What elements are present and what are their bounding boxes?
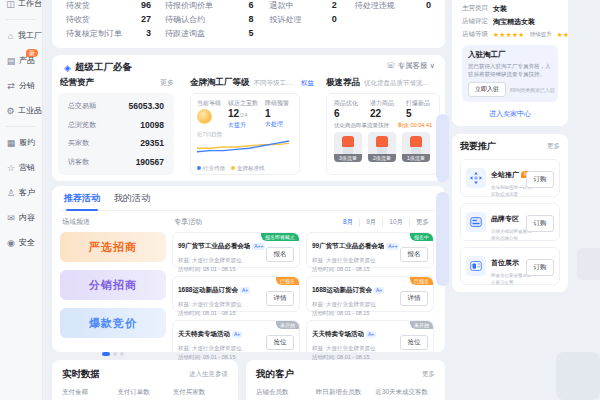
new-member-stat: 昨日新增会员数63	[316, 388, 376, 400]
bottom-right-widget[interactable]	[556, 352, 600, 400]
grab-button[interactable]: 抢位	[266, 335, 294, 350]
sidebar-item-product[interactable]: ▤ 产品 新	[0, 48, 42, 73]
floating-side-widget[interactable]	[436, 192, 449, 286]
my-customers-card: 我的客户 更多 店铺会员数1003 昨日新增会员数63 近30天未成交客数503…	[246, 360, 445, 400]
grade-tag: A++	[386, 243, 399, 250]
activities-tabs: 推荐活动 我的活动	[60, 192, 437, 211]
banner-hot-bidding[interactable]: 爆款竞价	[60, 308, 166, 338]
asset-row: 访客数190567	[68, 157, 164, 167]
distribution-icon: ⇄	[6, 81, 16, 91]
grade-stars: ★★★★★	[493, 31, 525, 39]
activity-card[interactable]: 报名即将截止 99广货节工业品必看会场A++ 权益: 大促行业金牌资源位 活动时…	[172, 232, 300, 268]
customers-more-link[interactable]: 更多	[422, 370, 435, 379]
order-button[interactable]: 订购	[526, 259, 554, 276]
promo-item-sitewide[interactable]: 全站推广New 全域智能投放一站式获取精准流量 订购	[460, 159, 560, 197]
carousel-dot[interactable]	[113, 352, 117, 356]
main-category-row: 主营类目女装	[462, 2, 558, 15]
promo-item-top-display[interactable]: 首位展示 搜索首位黄金曝光抢占展示位置 订购	[460, 247, 560, 285]
todo-row[interactable]: 待收货27	[66, 12, 151, 26]
industrial-goods-icon: ⚙	[6, 106, 15, 116]
sidebar-item-distribution[interactable]: ⇄ 分销	[0, 73, 42, 98]
detail-button[interactable]: 详情	[400, 291, 428, 306]
new-badge: 新	[26, 49, 38, 57]
todo-row[interactable]: 待跟进询盘5	[165, 26, 254, 40]
promotion-title: 我要推广	[460, 140, 496, 153]
todo-row[interactable]: 待报价询价单6	[165, 0, 254, 12]
sidebar: ◫ 工作台 ⌂ 我工厂 ▤ 产品 新 ⇄ 分销 ⚙ 工业品 ▦ 履约 ☆ 营销	[0, 0, 43, 400]
sidebar-item-content[interactable]: ✉ 内容	[0, 205, 42, 230]
month-more[interactable]: 更多	[409, 218, 435, 227]
handle-link[interactable]: 去处理	[265, 120, 289, 129]
brand-zone-icon	[466, 212, 486, 232]
grade-benefits-link[interactable]: 权益	[301, 79, 314, 88]
banner-strict-selection[interactable]: 严选招商	[60, 232, 166, 262]
dedicated-service-button[interactable]: ☏ 专属客服 ∨	[386, 61, 435, 71]
content-icon: ✉	[6, 213, 16, 223]
carousel-dot[interactable]	[102, 352, 110, 356]
status-badge: 已报名	[410, 277, 433, 285]
improve-link[interactable]: 去提升	[228, 121, 258, 130]
sidebar-item-customer[interactable]: ♙ 客户	[0, 180, 42, 205]
activity-card[interactable]: 未开始 天天特卖专场活动A+ 权益: 大促行业金牌资源位 活动时间: 08.01…	[172, 320, 300, 356]
potential-stat: 潜力商品22	[370, 99, 394, 119]
todo-row[interactable]: 待复核定制订单3	[66, 26, 151, 40]
grade-tag: A+	[240, 287, 250, 294]
order-button[interactable]: 订购	[526, 171, 554, 188]
grab-button[interactable]: 抢位	[400, 335, 428, 350]
todo-row[interactable]: 待确认合约8	[165, 12, 254, 26]
assets-header: 经营资产 更多	[60, 77, 174, 89]
activity-card[interactable]: 已报名 1688运动新品订货会A+ 权益: 大促行业金牌资源位 活动时间: 08…	[172, 276, 300, 312]
asset-row: 总交易额56053.30	[68, 101, 164, 111]
promo-item-brand-zone[interactable]: 品牌专区 品牌关键词搜索展现强化品牌心智 订购	[460, 203, 560, 241]
activity-card[interactable]: 已报名 1688运动新品订货会A+ 权益: 大促行业金牌资源位 活动时间: 08…	[306, 276, 434, 312]
floating-side-widget[interactable]	[436, 114, 449, 182]
month-tab[interactable]: 8月	[337, 218, 359, 227]
floating-tool-button[interactable]	[577, 248, 600, 280]
sidebar-item-security[interactable]: ◉ 安全	[0, 230, 42, 255]
signup-button[interactable]: 报名	[266, 247, 294, 262]
assets-more-link[interactable]: 更多	[160, 78, 174, 88]
asset-row: 总浏览数10098	[68, 120, 164, 130]
sidebar-divider	[6, 19, 36, 20]
join-now-button[interactable]: 立即入驻	[468, 82, 506, 97]
tab-my-activities[interactable]: 我的活动	[114, 192, 150, 205]
activities-section: 推荐活动 我的活动 场域频道 专享活动 8月 9月 10月 更多 严选招商 分销…	[52, 186, 445, 352]
sidebar-divider	[6, 126, 36, 127]
tab-recommended-activities[interactable]: 推荐活动	[64, 192, 100, 205]
promotion-card: 我要推广 更多 全站推广New 全域智能投放一站式获取精准流量 订购 品牌专区 …	[452, 134, 568, 292]
promotion-more-link[interactable]: 更多	[547, 142, 560, 151]
product-thumbnail[interactable]: 2倍流量	[368, 132, 396, 162]
todo-column-violation: 待处理任务0 待处理违规0	[355, 0, 431, 48]
carousel-dot[interactable]	[120, 352, 124, 356]
sidebar-item-fulfillment[interactable]: ▦ 履约	[0, 130, 42, 155]
todo-row[interactable]: 待发货96	[66, 0, 151, 12]
seller-center-link[interactable]: 进入卖家中心	[462, 109, 558, 119]
month-tab[interactable]: 10月	[382, 218, 409, 227]
realtime-data-card: 实时数据 进入生意参谋 支付金额16060.00 支付订单数1718 支付买家数…	[52, 360, 238, 400]
business-advisor-link[interactable]: 进入生意参谋	[189, 370, 228, 379]
sidebar-item-factory[interactable]: ⌂ 我工厂	[0, 23, 42, 48]
top-display-icon	[466, 256, 486, 276]
sidebar-item-dashboard[interactable]: ◫ 工作台	[0, 0, 42, 16]
detail-button[interactable]: 详情	[266, 291, 294, 306]
order-button[interactable]: 订购	[526, 215, 554, 232]
sidebar-item-industrial[interactable]: ⚙ 工业品	[0, 98, 42, 123]
product-thumbnail[interactable]: 3倍流量	[334, 132, 362, 162]
product-thumbnail[interactable]: 1倍流量	[402, 132, 430, 162]
todo-row[interactable]: 投诉处理0	[270, 12, 337, 26]
todo-summary-card: 待付款2 待发货96 待收货27 待复核定制订单3 待处理询价2 待报价询价单6…	[52, 0, 445, 48]
activity-card[interactable]: 未开始 天天特卖专场活动A+ 权益: 大促行业金牌资源位 活动时间: 08.01…	[306, 320, 434, 356]
signup-button[interactable]: 报名	[400, 247, 428, 262]
status-badge: 报名中	[410, 233, 433, 241]
todo-row[interactable]: 待处理违规0	[355, 0, 431, 12]
exclusive-header: 专享活动	[174, 217, 337, 227]
sidebar-item-marketing[interactable]: ☆ 营销	[0, 155, 42, 180]
activity-card[interactable]: 报名中 99广货节工业品必看会场A++ 权益: 大促行业金牌资源位 活动时间: …	[306, 232, 434, 268]
banner-distribution[interactable]: 分销招商	[60, 270, 166, 300]
todo-row[interactable]: 退款中2	[270, 0, 337, 12]
asset-row: 买家数29351	[68, 138, 164, 148]
channel-header: 场域频道	[62, 217, 174, 227]
section-header: ◈ 超级工厂必备	[64, 61, 132, 74]
status-badge: 未开始	[410, 321, 433, 329]
month-tab[interactable]: 9月	[359, 218, 382, 227]
